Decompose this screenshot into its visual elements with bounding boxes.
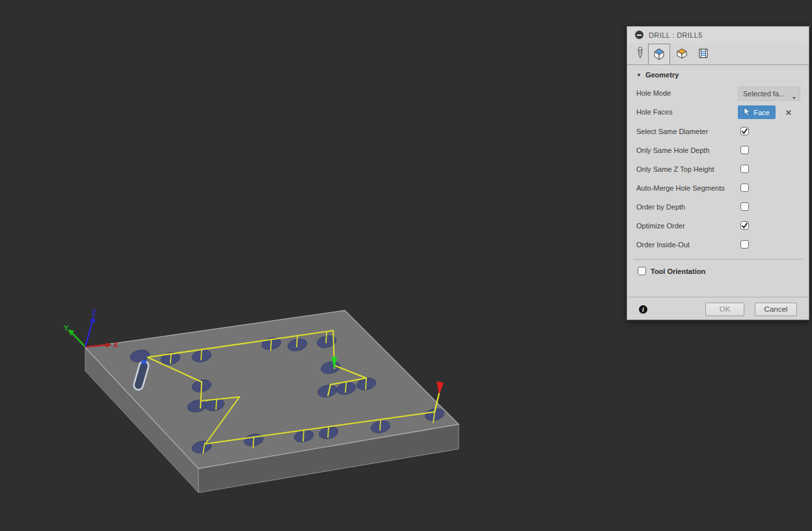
end-marker-icon bbox=[437, 381, 444, 394]
drill-plunge-tick bbox=[253, 437, 254, 448]
tool-orientation-label: Tool Orientation bbox=[651, 265, 705, 278]
option-label: Order by Depth bbox=[636, 200, 685, 213]
clear-selection-icon[interactable]: × bbox=[783, 105, 794, 119]
axis-y-label: Y bbox=[64, 324, 69, 332]
geometry-cube-icon bbox=[653, 48, 666, 62]
option-row: Only Same Hole Depth bbox=[627, 144, 809, 157]
face-selection-button[interactable]: Face bbox=[738, 105, 776, 119]
geometry-section-header[interactable]: ▼Geometry bbox=[636, 68, 679, 81]
option-row: Auto-Merge Hole Segments bbox=[627, 182, 809, 195]
option-checkbox[interactable] bbox=[740, 240, 749, 249]
option-checkbox[interactable] bbox=[740, 127, 749, 135]
option-row: Select Same Diameter bbox=[627, 125, 809, 138]
hole-mode-label: Hole Mode bbox=[636, 89, 671, 97]
axis-x-label: X bbox=[113, 341, 118, 349]
ok-button[interactable]: OK bbox=[705, 303, 744, 316]
cycle-icon bbox=[697, 47, 710, 61]
drill-plunge-tick bbox=[326, 332, 327, 343]
axis-z-label: Z bbox=[92, 308, 96, 316]
axis-z-arrow-icon bbox=[90, 316, 96, 323]
dialog-tabstrip bbox=[627, 44, 809, 65]
axis-z-line bbox=[85, 321, 92, 347]
axis-y-line bbox=[72, 333, 85, 347]
option-label: Only Same Z Top Height bbox=[636, 163, 714, 176]
hole-mode-dropdown[interactable]: Selected fa... ▼ bbox=[738, 87, 800, 101]
footer-divider bbox=[627, 297, 809, 297]
option-row: Order by Depth bbox=[627, 200, 809, 213]
info-icon[interactable]: i bbox=[639, 305, 647, 314]
dialog-title: DRILL : DRILL5 bbox=[649, 31, 703, 39]
option-checkbox[interactable] bbox=[740, 146, 749, 154]
hole-faces-label: Hole Faces bbox=[636, 108, 673, 116]
drill-plunge-tick bbox=[170, 354, 171, 363]
option-row: Only Same Z Top Height bbox=[627, 163, 809, 176]
drill-plunge-tick bbox=[201, 349, 202, 360]
cursor-arrow-icon bbox=[744, 107, 751, 117]
drill-plunge-tick bbox=[297, 336, 297, 347]
option-label: Auto-Merge Hole Segments bbox=[636, 182, 725, 195]
drill-dialog: DRILL : DRILL5 bbox=[627, 26, 809, 320]
drill-plunge-tick bbox=[303, 430, 304, 441]
chevron-down-icon: ▼ bbox=[636, 72, 642, 78]
option-label: Only Same Hole Depth bbox=[636, 144, 710, 157]
option-checkbox[interactable] bbox=[740, 221, 749, 230]
dialog-titlebar[interactable]: DRILL : DRILL5 bbox=[627, 27, 809, 44]
tab-geometry[interactable] bbox=[648, 44, 670, 64]
dropdown-caret-icon: ▼ bbox=[792, 92, 796, 105]
section-divider bbox=[634, 259, 802, 260]
cancel-button[interactable]: Cancel bbox=[755, 303, 797, 316]
geometry-section-label: Geometry bbox=[645, 71, 679, 79]
drill-plunge-tick bbox=[271, 340, 271, 350]
option-checkbox[interactable] bbox=[740, 165, 749, 173]
drill-plunge-tick bbox=[345, 382, 346, 392]
face-button-label: Face bbox=[753, 109, 769, 116]
tab-heights[interactable] bbox=[671, 44, 693, 64]
drill-plunge-tick bbox=[366, 378, 366, 389]
drill-plunge-tick bbox=[380, 420, 381, 430]
drill-plunge-tick bbox=[328, 427, 329, 437]
hole-mode-value: Selected fa... bbox=[743, 90, 785, 98]
tool-orientation-checkbox[interactable] bbox=[638, 267, 646, 275]
option-checkbox[interactable] bbox=[740, 202, 749, 211]
minus-circle-icon[interactable] bbox=[635, 31, 643, 39]
tab-cycle[interactable] bbox=[692, 44, 714, 64]
option-label: Order Inside-Out bbox=[636, 238, 690, 251]
option-label: Select Same Diameter bbox=[636, 125, 708, 138]
drill-plunge-tick bbox=[216, 399, 217, 409]
option-label: Optimize Order bbox=[636, 219, 685, 232]
heights-cube-icon bbox=[675, 47, 688, 61]
option-row: Optimize Order bbox=[627, 219, 809, 232]
option-row: Order Inside-Out bbox=[627, 238, 809, 251]
option-checkbox[interactable] bbox=[740, 184, 749, 192]
application-window: XYZ DRILL : DRILL5 bbox=[0, 0, 812, 531]
drill-tool-icon bbox=[634, 47, 647, 61]
